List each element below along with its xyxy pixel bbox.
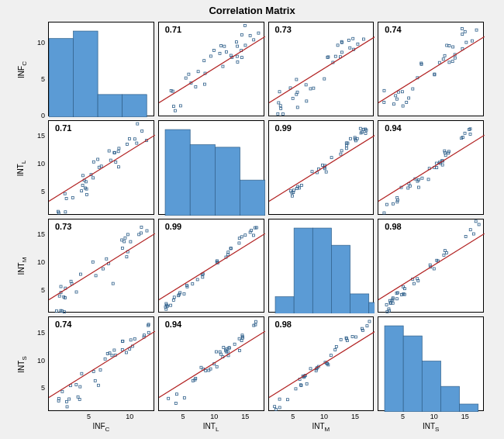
scatter-point [167,398,169,400]
scatter-point [121,247,123,249]
fit-line [49,332,155,398]
y-tick: 5 [28,75,45,83]
x-tick: 10 [205,413,223,420]
correlation-label: 0.73 [275,25,292,34]
scatter-point [337,44,339,47]
hist-bar [49,39,74,117]
fit-line [159,233,265,299]
scatter-point [219,44,222,47]
scatter-cell: 0.94 [378,120,484,215]
scatter-point [277,102,279,104]
scatter-point [291,195,293,197]
scatter-point [133,338,136,340]
scatter-point [129,240,132,243]
scatter-point [99,369,102,372]
correlation-label: 0.99 [275,123,292,133]
scatter-point [334,55,337,57]
hist-bar [74,31,98,117]
scatter-point [238,337,240,340]
hist-bar [294,228,312,314]
scatter-point [348,47,350,49]
scatter-point [312,87,314,89]
scatter-point [330,156,333,158]
scatter-point [129,137,131,140]
scatter-point [356,43,358,45]
scatter-point [421,177,423,179]
scatter-point [339,153,341,155]
scatter-point [147,332,150,334]
scatter-point [240,235,243,237]
hist-bar [423,361,441,412]
x-axis-label: INTM [306,422,337,433]
correlation-label: 0.94 [385,123,401,133]
scatter-point [223,347,225,349]
scatter-point [173,296,175,298]
scatter-point [278,91,281,93]
x-axis-label: INFC [85,422,116,433]
scatter-point [364,132,367,134]
scatter-point [183,292,185,295]
scatter-point [117,165,119,168]
scatter-point [478,223,480,225]
hist-bar [215,147,240,216]
scatter-point [461,33,464,36]
correlation-label: 0.94 [165,320,181,329]
scatter-point [60,285,62,287]
scatter-point [345,147,347,150]
scatter-point [75,290,78,292]
scatter-point [276,112,278,115]
scatter-point [97,158,99,161]
scatter-point [55,309,57,312]
scatter-point [105,258,108,260]
scatter-point [140,226,143,228]
scatter-point [188,73,190,75]
scatter-point [274,409,277,411]
scatter-point [392,202,395,205]
scatter-point [91,261,94,263]
scatter-point [340,339,342,341]
x-tick: 5 [80,413,98,420]
hist-bar [240,180,264,216]
scatter-point [465,41,468,43]
scatter-point [469,133,471,135]
scatter-point [340,150,343,152]
x-tick: 15 [456,413,475,420]
scatter-point [98,385,100,387]
scatter-point [448,45,450,47]
scatter-point [333,349,336,351]
scatter-cell: 0.99 [158,219,264,313]
scatter-point [233,344,236,346]
correlation-label: 0.74 [385,25,401,34]
scatter-point [63,310,65,313]
scatter-point [351,37,354,40]
scatter-point [121,238,123,240]
scatter-point [461,27,464,29]
scatter-point [202,275,204,278]
scatter-point [433,267,436,269]
hist-bar [312,228,331,314]
scatter-point [383,212,385,214]
scatter-point [406,101,408,103]
scatter-point [57,398,60,400]
x-tick: 10 [315,413,333,420]
correlation-label: 0.99 [165,222,181,231]
scatter-point [219,52,221,54]
scatter-point [205,370,207,372]
y-tick: 5 [28,286,45,294]
fit-line [159,332,265,398]
correlation-label: 0.98 [385,222,401,231]
scatter-point [385,303,388,306]
scatter-point [418,186,420,188]
scatter-point [236,61,239,64]
hist-bar [350,293,368,313]
fit-line [269,135,375,201]
scatter-point [471,40,474,42]
scatter-point [330,354,332,357]
scatter-point [402,105,404,107]
scatter-cell: 0.74 [48,316,154,411]
scatter-point [133,137,136,140]
fit-line [49,233,155,299]
scatter-point [310,170,312,172]
scatter-point [81,189,83,192]
scatter-point [349,137,351,140]
